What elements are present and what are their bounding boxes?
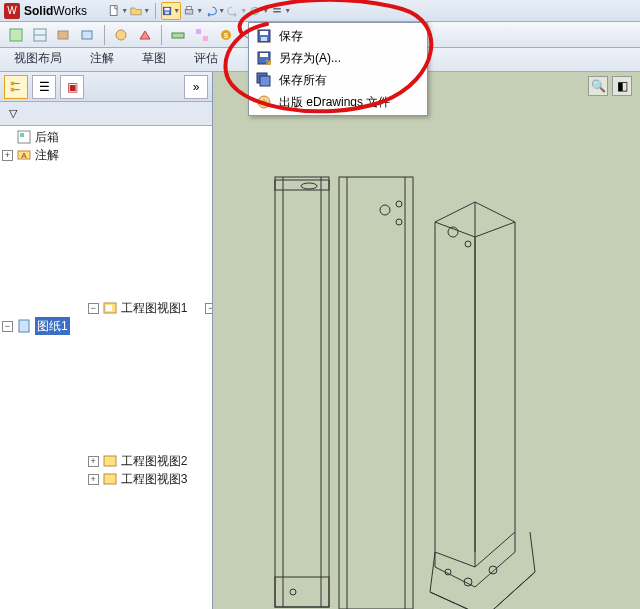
undo-button[interactable]: ▼ [205, 2, 225, 20]
svg-point-14 [116, 30, 126, 40]
svg-rect-8 [273, 11, 281, 13]
save-button[interactable]: ▼ [161, 2, 181, 20]
svg-rect-0 [110, 5, 117, 15]
svg-rect-3 [165, 11, 169, 14]
svg-point-53 [465, 241, 471, 247]
svg-rect-58 [260, 31, 268, 35]
save-icon [255, 27, 273, 45]
expand-toggle[interactable]: − [2, 321, 13, 332]
svg-rect-15 [172, 33, 184, 38]
svg-rect-2 [165, 7, 170, 10]
svg-rect-7 [273, 7, 281, 9]
view-icon [102, 472, 118, 486]
svg-point-49 [380, 205, 390, 215]
svg-rect-26 [20, 133, 24, 137]
svg-rect-21 [11, 81, 15, 85]
tool-2[interactable] [29, 24, 51, 46]
menu-save-as[interactable]: 另存为(A)... [251, 47, 425, 69]
panel-tab-2[interactable]: ☰ [32, 75, 56, 99]
tab-sketch[interactable]: 草图 [128, 46, 180, 71]
filter-icon[interactable]: ▽ [4, 105, 22, 123]
drawing-icon [16, 130, 32, 144]
drawing-viewport[interactable]: 🔍 ◧ [213, 72, 640, 609]
panel-chevron-right[interactable]: » [184, 75, 208, 99]
svg-point-51 [396, 201, 402, 207]
menu-save-all[interactable]: 保存所有 [251, 69, 425, 91]
tool-4[interactable] [77, 24, 99, 46]
feature-manager-panel: ☰ ▣ » ▽ 后箱 +A注解 −图纸1 −工程图视图1 −后箱<2> [0, 72, 213, 609]
tab-annotation[interactable]: 注解 [76, 46, 128, 71]
panel-mini-toolbar: ▽ [0, 102, 212, 126]
expand-toggle[interactable]: − [88, 303, 99, 314]
redo-button[interactable]: ▼ [227, 2, 247, 20]
expand-toggle[interactable]: + [2, 150, 13, 161]
save-as-icon [255, 49, 273, 67]
svg-rect-61 [260, 53, 268, 57]
view-icon [102, 454, 118, 468]
svg-rect-63 [260, 76, 270, 86]
tool-1[interactable] [5, 24, 27, 46]
save-all-icon [255, 71, 273, 89]
new-doc-button[interactable]: ▼ [108, 2, 128, 20]
tab-view-layout[interactable]: 视图布局 [0, 46, 76, 71]
svg-point-50 [396, 219, 402, 225]
tool-8[interactable] [191, 24, 213, 46]
svg-rect-46 [339, 177, 413, 609]
expand-toggle[interactable]: + [88, 474, 99, 485]
svg-rect-16 [196, 29, 201, 34]
svg-rect-29 [19, 320, 29, 332]
svg-text:$: $ [224, 31, 229, 40]
sheet-icon [16, 319, 32, 333]
tool-3[interactable] [53, 24, 75, 46]
view-icon [102, 301, 118, 315]
svg-rect-31 [106, 305, 112, 311]
expand-toggle[interactable]: + [88, 456, 99, 467]
expand-toggle[interactable]: − [205, 303, 212, 314]
svg-rect-9 [10, 29, 22, 41]
app-title: SolidWorks [24, 4, 87, 18]
menu-save[interactable]: 保存 [251, 25, 425, 47]
save-dropdown-menu: 保存 另存为(A)... 保存所有 出版 eDrawings 文件 [248, 22, 428, 116]
svg-rect-13 [82, 31, 92, 39]
svg-point-56 [489, 566, 497, 574]
tool-6[interactable] [134, 24, 156, 46]
svg-point-45 [290, 589, 296, 595]
annotation-icon: A [16, 148, 32, 162]
tool-7[interactable] [167, 24, 189, 46]
svg-text:A: A [21, 151, 27, 160]
svg-rect-59 [261, 37, 267, 41]
svg-rect-5 [187, 6, 192, 9]
panel-tab-bar: ☰ ▣ » [0, 72, 212, 102]
print-button[interactable]: ▼ [183, 2, 203, 20]
tool-9[interactable]: $ [215, 24, 237, 46]
tab-evaluate[interactable]: 评估 [180, 46, 232, 71]
panel-tab-3[interactable]: ▣ [60, 75, 84, 99]
svg-rect-12 [58, 31, 68, 39]
panel-tab-feature-tree[interactable] [4, 75, 28, 99]
edrawings-icon [255, 93, 273, 111]
menu-publish-edrawings[interactable]: 出版 eDrawings 文件 [251, 91, 425, 113]
options-button[interactable]: ▼ [271, 2, 291, 20]
svg-rect-17 [203, 36, 208, 41]
svg-rect-38 [104, 474, 116, 484]
feature-tree[interactable]: 后箱 +A注解 −图纸1 −工程图视图1 −后箱<2> +传感器 +A注解 前视… [0, 126, 212, 609]
title-bar: W SolidWorks ▼ ▼ ▼ ▼ ▼ ▼ ▼ ▼ [0, 0, 640, 22]
svg-rect-22 [11, 87, 15, 91]
svg-rect-4 [185, 9, 193, 14]
tool-5[interactable] [110, 24, 132, 46]
drawing-content [213, 72, 640, 609]
open-doc-button[interactable]: ▼ [130, 2, 150, 20]
svg-rect-37 [104, 456, 116, 466]
rebuild-button[interactable]: ▼ [249, 2, 269, 20]
app-logo-icon: W [4, 3, 20, 19]
svg-point-43 [301, 183, 317, 189]
